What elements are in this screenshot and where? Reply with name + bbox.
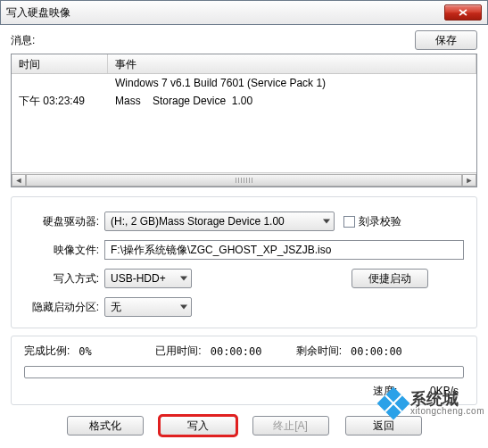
drive-dropdown[interactable]: (H:, 2 GB)Mass Storage Device 1.00 — [104, 212, 335, 231]
save-button[interactable]: 保存 — [415, 30, 477, 50]
cell-event: Mass Storage Device 1.00 — [108, 92, 476, 110]
speed-label: 速度: — [373, 385, 397, 397]
remain-label: 剩余时间: — [296, 344, 347, 359]
close-icon — [459, 9, 467, 16]
progress-group: 完成比例: 0% 已用时间: 00:00:00 剩余时间: 00:00:00 速… — [11, 336, 477, 405]
scroll-left-icon[interactable]: ◄ — [12, 174, 26, 187]
chevron-down-icon — [180, 305, 187, 310]
col-time[interactable]: 时间 — [12, 54, 108, 73]
table-row[interactable]: 下午 03:23:49 Mass Storage Device 1.00 — [12, 92, 476, 110]
verify-label: 刻录校验 — [359, 214, 401, 229]
scroll-track[interactable] — [26, 174, 462, 187]
cell-time — [12, 74, 108, 92]
abort-button[interactable]: 终止[A] — [252, 416, 329, 436]
log-table: 时间 事件 Windows 7 v6.1 Build 7601 (Service… — [11, 54, 477, 187]
scroll-right-icon[interactable]: ► — [462, 174, 476, 187]
verify-checkbox[interactable] — [343, 216, 355, 228]
elapsed-label: 已用时间: — [155, 344, 206, 359]
window-title: 写入硬盘映像 — [6, 5, 70, 21]
elapsed-value: 00:00:00 — [207, 345, 296, 358]
chevron-down-icon — [323, 220, 330, 224]
format-button[interactable]: 格式化 — [67, 416, 144, 436]
remain-value: 00:00:00 — [347, 345, 402, 358]
content-area: 消息: 保存 时间 事件 Windows 7 v6.1 Build 7601 (… — [0, 25, 488, 444]
table-header: 时间 事件 — [12, 54, 476, 74]
cell-time: 下午 03:23:49 — [12, 92, 108, 110]
progress-bar — [24, 366, 464, 378]
cell-event: Windows 7 v6.1 Build 7601 (Service Pack … — [108, 74, 476, 92]
write-mode-label: 写入方式: — [24, 271, 104, 286]
options-group: 硬盘驱动器: (H:, 2 GB)Mass Storage Device 1.0… — [11, 196, 477, 328]
hidden-partition-dropdown[interactable]: 无 — [104, 297, 192, 317]
done-value: 0% — [75, 345, 155, 358]
message-label: 消息: — [11, 33, 35, 48]
image-path-input[interactable]: F:\操作系统镜像\ZGC_GHOST_XP_JSZJB.iso — [104, 240, 464, 260]
title-bar: 写入硬盘映像 — [0, 0, 488, 25]
quick-boot-button[interactable]: 便捷启动 — [352, 269, 428, 288]
table-body: Windows 7 v6.1 Build 7601 (Service Pack … — [12, 74, 476, 110]
close-button[interactable] — [444, 4, 482, 21]
write-mode-dropdown[interactable]: USB-HDD+ — [104, 269, 192, 288]
horizontal-scrollbar[interactable]: ◄ ► — [12, 172, 476, 187]
hidden-partition-label: 隐藏启动分区: — [24, 300, 104, 315]
done-label: 完成比例: — [24, 344, 75, 359]
table-row[interactable]: Windows 7 v6.1 Build 7601 (Service Pack … — [12, 74, 476, 92]
drive-label: 硬盘驱动器: — [24, 214, 104, 229]
button-row: 格式化 写入 终止[A] 返回 — [11, 416, 477, 436]
speed-value: 0KB/s — [430, 385, 459, 397]
back-button[interactable]: 返回 — [345, 416, 422, 436]
chevron-down-icon — [180, 277, 187, 281]
scroll-thumb[interactable] — [26, 174, 462, 187]
col-event[interactable]: 事件 — [108, 54, 476, 73]
write-button[interactable]: 写入 — [160, 416, 236, 436]
image-label: 映像文件: — [24, 243, 104, 258]
